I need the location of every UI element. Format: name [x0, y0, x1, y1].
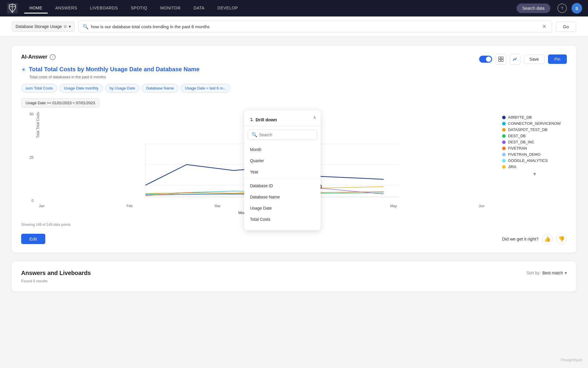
feedback-text: Did we get it right?: [502, 236, 539, 241]
legend-dot-destdb: [502, 134, 506, 138]
datasource-chevron-icon: ▾: [69, 24, 71, 29]
x-label-mar: Mar: [214, 204, 221, 208]
chart-title: Total Total Costs by Monthly Usage Date …: [29, 66, 200, 73]
sort-value[interactable]: Best match: [542, 271, 563, 275]
drilldown-panel: ↴ Drill down ∧ 🔍 Month Quarter Year Data…: [244, 110, 321, 230]
nav-monitor[interactable]: MONITOR: [155, 3, 186, 14]
chart-subtitle: Total costs of databases in the past 6 m…: [29, 75, 567, 79]
drilldown-options: Month Quarter Year Database ID Database …: [244, 143, 321, 226]
drilldown-option-usage-date[interactable]: Usage Date: [244, 203, 321, 214]
thumbs-up-button[interactable]: 👍: [542, 234, 553, 244]
go-button[interactable]: Go: [556, 21, 576, 32]
x-label-jun: Jun: [479, 204, 484, 208]
sort-row: Sort by: Best match ▾: [527, 271, 567, 275]
chip-usage-date-monthly[interactable]: Usage Date monthly: [59, 84, 103, 92]
svg-rect-3: [499, 57, 501, 59]
datasource-icon: ⚙: [64, 24, 67, 29]
chart-view-button[interactable]: [510, 54, 520, 64]
legend-fivetrandemo: FIVETRAN_DEMO: [502, 152, 567, 157]
nav-spotiq[interactable]: SPOTIQ: [126, 3, 153, 14]
legend-destdbinc: DEST_DB_INC: [502, 140, 567, 144]
search-input[interactable]: [91, 24, 539, 29]
legend-label-dataspot: DATASPOT_TEST_DB: [508, 127, 547, 132]
answers-header: Answers and Liveboards Sort by: Best mat…: [21, 270, 567, 276]
chip-usage-date-filter[interactable]: Usage Date = last 6 m...: [181, 84, 231, 92]
legend-scroll-down[interactable]: ▾: [502, 171, 567, 177]
controls-row: Save Pin: [479, 54, 567, 64]
legend-dot-googleanalytics: [502, 159, 506, 163]
answers-section: Answers and Liveboards Sort by: Best mat…: [12, 261, 576, 291]
y-tick-25: 25: [30, 155, 34, 160]
datasource-selector[interactable]: Database Storage Usage ⚙ ▾: [12, 21, 75, 32]
main-content: Save Pin AI-Answer i ☀ Total Total Costs…: [0, 37, 588, 300]
svg-rect-6: [501, 59, 503, 62]
legend-dot-jira: [502, 165, 506, 169]
chip-by-usage-date[interactable]: by Usage Date: [105, 84, 139, 92]
legend-connector: CONNECTOR_SERVICENOW: [502, 121, 567, 126]
x-label-jan: Jan: [39, 204, 44, 208]
chip-database-name[interactable]: Database Name: [142, 84, 178, 92]
legend-dot-fivetran: [502, 147, 506, 150]
sort-chevron-icon[interactable]: ▾: [565, 271, 567, 275]
legend-label-googleanalytics: GOOGLE_ANALYTICS: [508, 158, 548, 163]
feedback-row: Edit Did we get it right? 👍 👎: [21, 234, 567, 244]
search-bar-container: Database Storage Usage ⚙ ▾ 🔍 ✕ Go: [0, 16, 588, 37]
svg-rect-4: [501, 57, 503, 59]
drilldown-option-year[interactable]: Year: [244, 166, 321, 178]
avatar[interactable]: S: [572, 3, 582, 14]
thumbs-down-button[interactable]: 👎: [556, 234, 567, 244]
chip-sum-total-costs[interactable]: sum Total Costs: [21, 84, 57, 92]
svg-rect-5: [499, 59, 501, 62]
legend-googleanalytics: GOOGLE_ANALYTICS: [502, 158, 567, 163]
search-data-button[interactable]: Search data: [517, 4, 551, 13]
logo: [6, 2, 19, 15]
nav-liveboards[interactable]: LIVEBOARDS: [85, 3, 123, 14]
save-button[interactable]: Save: [524, 54, 544, 64]
nav-data[interactable]: DATA: [188, 3, 210, 14]
drilldown-option-database-name[interactable]: Database Name: [244, 191, 321, 203]
chips-row: sum Total Costs Usage Date monthly by Us…: [21, 84, 567, 92]
drilldown-option-database-id[interactable]: Database ID: [244, 180, 321, 191]
ai-answer-section: Save Pin AI-Answer i ☀ Total Total Costs…: [12, 46, 576, 253]
drilldown-option-quarter[interactable]: Quarter: [244, 155, 321, 166]
nav-answers[interactable]: ANSWERS: [50, 3, 82, 14]
legend-label-connector: CONNECTOR_SERVICENOW: [508, 121, 561, 126]
legend-destdb: DEST_DB: [502, 134, 567, 138]
drilldown-header: ↴ Drill down ∧: [244, 115, 321, 127]
legend-label-airbyte: AIRBYTE_DB: [508, 115, 532, 120]
legend-jira: JIRA: [502, 165, 567, 169]
legend-label-fivetrandemo: FIVETRAN_DEMO: [508, 152, 541, 157]
clear-button[interactable]: ✕: [541, 23, 548, 30]
chart-ai-icon: ☀: [21, 67, 26, 73]
drilldown-option-month[interactable]: Month: [244, 144, 321, 155]
date-filter-text: Usage Date >= 01/01/2023 < 07/01/2023: [26, 101, 95, 105]
x-label-may: May: [390, 204, 397, 208]
edit-button[interactable]: Edit: [21, 234, 45, 244]
search-icon: 🔍: [83, 24, 89, 29]
answers-title: Answers and Liveboards: [21, 270, 91, 276]
help-button[interactable]: ?: [557, 4, 567, 13]
table-view-button[interactable]: [496, 54, 506, 64]
topnav: HOME ANSWERS LIVEBOARDS SPOTIQ MONITOR D…: [0, 0, 588, 16]
date-filter-badge: Usage Date >= 01/01/2023 < 07/01/2023: [21, 98, 99, 107]
legend-label-destdb: DEST_DB: [508, 134, 526, 138]
drilldown-collapse-button[interactable]: ∧: [313, 115, 317, 120]
legend-dot-connector: [502, 122, 506, 125]
legend-fivetran: FIVETRAN: [502, 146, 567, 150]
drilldown-option-total-costs[interactable]: Total Costs: [244, 214, 321, 225]
search-input-wrap: 🔍 ✕: [78, 21, 552, 32]
chart-legend: AIRBYTE_DB CONNECTOR_SERVICENOW DATASPOT…: [502, 112, 567, 227]
toggle[interactable]: [479, 56, 492, 63]
x-label-feb: Feb: [126, 204, 133, 208]
nav-develop[interactable]: DEVELOP: [212, 3, 243, 14]
pin-button[interactable]: Pin: [548, 54, 567, 64]
drilldown-search-input[interactable]: [259, 132, 313, 137]
drilldown-search-icon: 🔍: [251, 132, 257, 137]
datasource-label: Database Storage Usage: [16, 24, 62, 29]
thoughtspot-label: ThoughtSpot: [560, 358, 582, 362]
nav-home[interactable]: HOME: [24, 3, 48, 14]
drilldown-arrow-icon: ↴: [249, 116, 253, 123]
nav-right: ? S: [557, 3, 582, 14]
drilldown-divider: [244, 179, 321, 179]
info-icon[interactable]: i: [50, 54, 56, 60]
